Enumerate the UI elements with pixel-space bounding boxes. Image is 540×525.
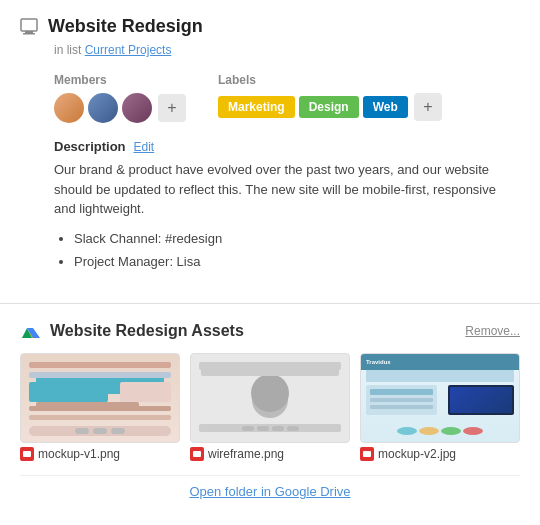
avatar[interactable] xyxy=(122,93,152,123)
description-text: Our brand & product have evolved over th… xyxy=(54,160,520,219)
list-item: Slack Channel: #redesign xyxy=(74,227,520,250)
card-header: Website Redesign xyxy=(20,16,520,39)
avatar-face xyxy=(122,93,152,123)
asset-filename-2: wireframe.png xyxy=(208,447,284,461)
description-title: Description xyxy=(54,139,126,154)
open-folder-row: Open folder in Google Drive xyxy=(20,475,520,499)
svg-rect-1 xyxy=(25,31,33,33)
assets-title-row: Website Redesign Assets xyxy=(20,320,244,341)
in-list-prefix: in list xyxy=(54,43,81,57)
assets-title: Website Redesign Assets xyxy=(50,322,244,340)
file-icon-2 xyxy=(190,447,204,461)
file-icon-inner xyxy=(363,451,371,457)
members-section: Members + xyxy=(54,73,186,123)
remove-link[interactable]: Remove... xyxy=(465,324,520,338)
card-icon xyxy=(20,18,38,39)
description-header: Description Edit xyxy=(54,139,520,154)
in-list: in list Current Projects xyxy=(54,43,520,57)
assets-header: Website Redesign Assets Remove... xyxy=(20,320,520,341)
assets-grid: mockup-v1.png wireframe.png xyxy=(20,353,520,461)
labels-label: Labels xyxy=(218,73,442,87)
label-design[interactable]: Design xyxy=(299,96,359,118)
asset-thumbnail-1[interactable] xyxy=(20,353,180,443)
asset-filename-1: mockup-v1.png xyxy=(38,447,120,461)
list-item: Project Manager: Lisa xyxy=(74,250,520,273)
svg-rect-2 xyxy=(23,33,35,35)
members-label: Members xyxy=(54,73,186,87)
asset-name-2: wireframe.png xyxy=(190,447,350,461)
edit-link[interactable]: Edit xyxy=(134,140,155,154)
add-member-button[interactable]: + xyxy=(158,94,186,122)
asset-name-1: mockup-v1.png xyxy=(20,447,180,461)
file-icon-inner xyxy=(23,451,31,457)
file-icon-inner xyxy=(193,451,201,457)
card-container: Website Redesign in list Current Project… xyxy=(0,0,540,304)
avatar-face xyxy=(88,93,118,123)
label-web[interactable]: Web xyxy=(363,96,408,118)
asset-filename-3: mockup-v2.jpg xyxy=(378,447,456,461)
meta-row: Members + Labels Marketing xyxy=(54,73,520,123)
svg-rect-0 xyxy=(21,19,37,31)
labels-section: Labels Marketing Design Web + xyxy=(218,73,442,121)
label-marketing[interactable]: Marketing xyxy=(218,96,295,118)
avatar[interactable] xyxy=(88,93,118,123)
avatar-face xyxy=(54,93,84,123)
asset-item: wireframe.png xyxy=(190,353,350,461)
asset-thumbnail-3[interactable]: Travidux xyxy=(360,353,520,443)
asset-item: Travidux xyxy=(360,353,520,461)
description-list: Slack Channel: #redesign Project Manager… xyxy=(54,227,520,274)
labels-list: Marketing Design Web + xyxy=(218,93,442,121)
description-section: Description Edit Our brand & product hav… xyxy=(54,139,520,273)
asset-item: mockup-v1.png xyxy=(20,353,180,461)
asset-name-3: mockup-v2.jpg xyxy=(360,447,520,461)
file-icon-3 xyxy=(360,447,374,461)
gdrive-icon xyxy=(20,320,40,341)
members-list: + xyxy=(54,93,186,123)
add-label-button[interactable]: + xyxy=(414,93,442,121)
avatar[interactable] xyxy=(54,93,84,123)
asset-thumbnail-2[interactable] xyxy=(190,353,350,443)
card-title: Website Redesign xyxy=(48,16,203,38)
in-list-link[interactable]: Current Projects xyxy=(85,43,172,57)
assets-section: Website Redesign Assets Remove... xyxy=(0,304,540,515)
file-icon-1 xyxy=(20,447,34,461)
open-folder-link[interactable]: Open folder in Google Drive xyxy=(189,484,350,499)
